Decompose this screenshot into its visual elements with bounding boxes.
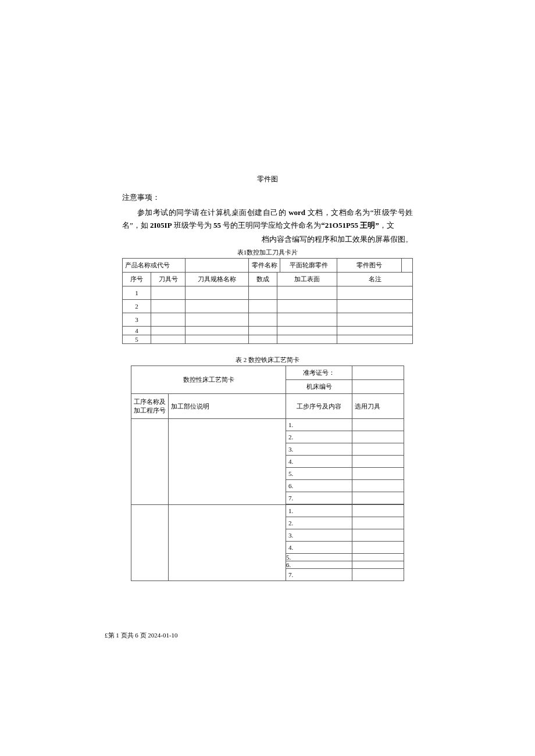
table2: 数控性床工艺简卡 准考证号： 机床编号 工序名称及加工程序号 加工部位说明 工步… [131,366,404,581]
cell-empty [186,313,249,327]
cell-empty [151,335,186,344]
table1: 产品名称或代号 零件名称 平面轮廓零件 零件图号 序号 刀具号 刀具规格名称 数… [122,258,413,344]
cell-partname-label: 零件名称 [249,259,280,273]
cell-empty [186,335,249,344]
table-row: 1 [123,286,413,300]
cell-empty [249,286,277,300]
cell-seq: 5 [123,335,151,344]
cell-step: 6. [286,561,352,569]
cell-examno-label: 准考证号： [286,366,352,380]
cell-empty [337,327,413,335]
cell-empty [249,300,277,313]
cell-header: 刀具号 [151,273,186,286]
cell-header: 工步序号及内容 [286,394,352,419]
cell-seq: 3 [123,313,151,327]
cell-partname-value: 平面轮廓零件 [280,259,337,273]
cell-empty [151,300,186,313]
cell-empty [131,419,169,505]
notes-bold-word: word [288,208,305,217]
cell-empty [352,492,404,505]
cell-step: 5. [286,554,352,561]
cell-empty [151,313,186,327]
notes-heading: 注意事项： [122,192,413,203]
cell-seq: 1 [123,286,151,300]
cell-empty [352,554,404,561]
cell-step: 3. [286,529,352,542]
cell-empty [151,327,186,335]
cell-empty [402,259,413,273]
cell-machineno-label: 机床编号 [286,380,352,394]
cell-step: 7. [286,492,352,505]
cell-empty [151,286,186,300]
table-row: 2 [123,300,413,313]
table-row: 4 [123,327,413,335]
document-page: 零件图 注意事项： 参加考试的同学请在计算机桌面创建自己的 word 文档，文档… [0,0,535,756]
notes-bold-num: 55 [213,221,221,230]
cell-step: 5. [286,468,352,480]
cell-header: 加工表面 [277,273,337,286]
cell-header: 加工部位说明 [169,394,286,419]
cell-step: 2. [286,431,352,443]
cell-empty [186,286,249,300]
cell-step: 1. [286,419,352,431]
cell-step: 6. [286,480,352,492]
cell-step: 4. [286,456,352,468]
cell-empty [352,419,404,431]
cell-header: 选用刀具 [352,394,404,419]
cell-seq: 4 [123,327,151,335]
cell-header: 名注 [337,273,413,286]
cell-empty [337,300,413,313]
table1-caption: 表1数控加工刀具卡片 [122,248,413,257]
notes-text-line2: 档内容含编写的程序和加工效果的屏幕假图。 [122,233,413,246]
table-row: 产品名称或代号 零件名称 平面轮廓零件 零件图号 [123,259,413,273]
notes-bold-code: 2I05IP [150,221,172,230]
table-row: 1. [131,504,404,517]
cell-empty [352,517,404,529]
cell-empty [337,286,413,300]
cell-empty [277,286,337,300]
cell-step: 4. [286,542,352,554]
cell-empty [277,327,337,335]
cell-seq: 2 [123,300,151,313]
cell-empty [352,380,404,394]
cell-empty [131,504,169,581]
table-row: 3 [123,313,413,327]
cell-empty [352,480,404,492]
notes-text: 参加考试的同学请在计算机桌面创建自己的 [137,208,288,217]
table-row: 1. [131,419,404,431]
cell-empty [352,366,404,380]
cell-empty [337,313,413,327]
cell-empty [249,335,277,344]
table-row: 序号 刀具号 刀具规格名称 数成 加工表面 名注 [123,273,413,286]
notes-text: 班级学号为 [172,221,214,230]
cell-empty [352,529,404,542]
cell-empty [352,443,404,456]
cell-product-label: 产品名称或代号 [123,259,186,273]
table-row: 数控性床工艺简卡 准考证号： [131,366,404,380]
cell-empty [169,419,286,505]
notes-text: 号的王明同学应给文件命名为 [221,221,321,230]
cell-empty [352,468,404,480]
notes-bold-example: “21O51P55 王明” [321,221,379,230]
cell-header: 刀具规格名称 [186,273,249,286]
cell-empty [277,300,337,313]
cell-step: 1. [286,504,352,517]
cell-empty [277,335,337,344]
cell-partno-label: 零件图号 [337,259,402,273]
cell-step: 3. [286,443,352,456]
cell-empty [277,313,337,327]
page-footer: £第 1 页共 6 页 2024-01-10 [105,631,178,640]
cell-header: 工序名称及加工程序号 [131,394,169,419]
cell-empty [186,327,249,335]
table-row: 5 [123,335,413,344]
cell-title: 数控性床工艺简卡 [131,366,286,394]
figure-caption: 零件图 [122,174,413,184]
cell-empty [186,300,249,313]
cell-header: 序号 [123,273,151,286]
table-row: 工序名称及加工程序号 加工部位说明 工步序号及内容 选用刀具 [131,394,404,419]
cell-empty [352,504,404,517]
cell-header: 数成 [249,273,277,286]
cell-empty [352,561,404,569]
cell-empty [337,335,413,344]
notes-text: ，文 [379,221,394,230]
